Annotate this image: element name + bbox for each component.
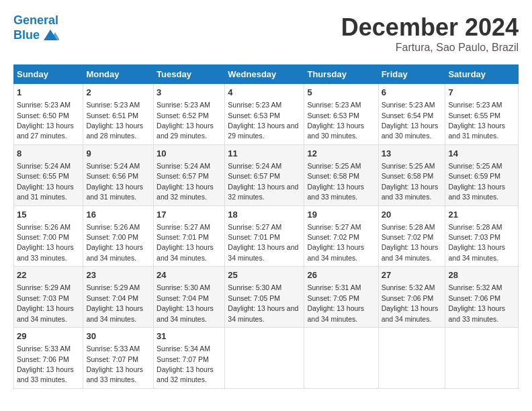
logo-blue-text: General	[13, 13, 58, 27]
calendar-cell: 31 Sunrise: 5:34 AMSunset: 7:07 PMDaylig…	[154, 328, 225, 389]
day-info: Sunrise: 5:23 AMSunset: 6:52 PMDaylight:…	[157, 101, 214, 140]
calendar-week-row: 22 Sunrise: 5:29 AMSunset: 7:03 PMDaylig…	[14, 267, 519, 328]
day-number: 4	[228, 87, 301, 99]
calendar-header-row: SundayMondayTuesdayWednesdayThursdayFrid…	[14, 65, 519, 84]
day-number: 8	[17, 148, 80, 160]
day-info: Sunrise: 5:23 AMSunset: 6:54 PMDaylight:…	[382, 101, 439, 140]
day-info: Sunrise: 5:31 AMSunset: 7:05 PMDaylight:…	[307, 283, 364, 322]
calendar-cell: 16 Sunrise: 5:26 AMSunset: 7:00 PMDaylig…	[83, 205, 154, 267]
calendar-cell: 14 Sunrise: 5:25 AMSunset: 6:59 PMDaylig…	[445, 144, 519, 205]
day-info: Sunrise: 5:26 AMSunset: 7:00 PMDaylight:…	[86, 223, 143, 262]
day-info: Sunrise: 5:27 AMSunset: 7:01 PMDaylight:…	[157, 223, 214, 262]
calendar-cell: 13 Sunrise: 5:25 AMSunset: 6:58 PMDaylig…	[378, 144, 445, 205]
day-number: 2	[86, 87, 150, 99]
logo-name: Blue	[13, 28, 40, 43]
page-title: December 2024	[341, 13, 519, 42]
calendar-week-row: 29 Sunrise: 5:33 AMSunset: 7:06 PMDaylig…	[14, 328, 519, 389]
weekday-header: Monday	[83, 65, 154, 84]
day-info: Sunrise: 5:29 AMSunset: 7:04 PMDaylight:…	[86, 283, 143, 322]
day-info: Sunrise: 5:24 AMSunset: 6:56 PMDaylight:…	[86, 162, 143, 201]
calendar-cell	[378, 328, 445, 389]
day-number: 21	[448, 209, 515, 221]
day-number: 5	[307, 87, 375, 99]
weekday-header: Sunday	[14, 65, 83, 84]
calendar-cell: 28 Sunrise: 5:32 AMSunset: 7:06 PMDaylig…	[445, 267, 519, 328]
calendar-cell: 6 Sunrise: 5:23 AMSunset: 6:54 PMDayligh…	[378, 84, 445, 145]
calendar-cell: 21 Sunrise: 5:28 AMSunset: 7:03 PMDaylig…	[445, 205, 519, 267]
logo: General Blue	[13, 13, 59, 43]
calendar-cell: 19 Sunrise: 5:27 AMSunset: 7:02 PMDaylig…	[304, 205, 378, 267]
calendar-cell: 8 Sunrise: 5:24 AMSunset: 6:55 PMDayligh…	[14, 144, 83, 205]
day-number: 3	[157, 87, 222, 99]
day-info: Sunrise: 5:24 AMSunset: 6:57 PMDaylight:…	[228, 162, 298, 201]
day-number: 12	[307, 148, 375, 160]
calendar-cell: 22 Sunrise: 5:29 AMSunset: 7:03 PMDaylig…	[14, 267, 83, 328]
day-info: Sunrise: 5:30 AMSunset: 7:05 PMDaylight:…	[228, 283, 298, 322]
day-number: 17	[157, 209, 222, 221]
day-info: Sunrise: 5:27 AMSunset: 7:01 PMDaylight:…	[228, 223, 298, 262]
day-number: 27	[382, 269, 443, 281]
title-block: December 2024 Fartura, Sao Paulo, Brazil	[341, 13, 519, 54]
day-number: 7	[448, 87, 515, 99]
calendar-cell: 29 Sunrise: 5:33 AMSunset: 7:06 PMDaylig…	[14, 328, 83, 389]
calendar-week-row: 1 Sunrise: 5:23 AMSunset: 6:50 PMDayligh…	[14, 84, 519, 145]
day-info: Sunrise: 5:30 AMSunset: 7:04 PMDaylight:…	[157, 283, 214, 322]
day-info: Sunrise: 5:25 AMSunset: 6:58 PMDaylight:…	[307, 162, 364, 201]
calendar-cell: 9 Sunrise: 5:24 AMSunset: 6:56 PMDayligh…	[83, 144, 154, 205]
day-info: Sunrise: 5:34 AMSunset: 7:07 PMDaylight:…	[157, 345, 214, 383]
calendar-cell: 7 Sunrise: 5:23 AMSunset: 6:55 PMDayligh…	[445, 84, 519, 145]
day-number: 16	[86, 209, 150, 221]
day-info: Sunrise: 5:23 AMSunset: 6:55 PMDaylight:…	[448, 101, 505, 140]
day-info: Sunrise: 5:23 AMSunset: 6:53 PMDaylight:…	[307, 101, 364, 140]
weekday-header: Friday	[378, 65, 445, 84]
day-info: Sunrise: 5:29 AMSunset: 7:03 PMDaylight:…	[17, 283, 74, 322]
calendar-cell: 23 Sunrise: 5:29 AMSunset: 7:04 PMDaylig…	[83, 267, 154, 328]
page-header: General Blue December 2024 Fartura, Sao …	[13, 13, 519, 54]
day-number: 23	[86, 269, 150, 281]
calendar-cell: 30 Sunrise: 5:33 AMSunset: 7:07 PMDaylig…	[83, 328, 154, 389]
day-number: 30	[86, 330, 150, 342]
calendar-cell: 15 Sunrise: 5:26 AMSunset: 7:00 PMDaylig…	[14, 205, 83, 267]
calendar-cell: 26 Sunrise: 5:31 AMSunset: 7:05 PMDaylig…	[304, 267, 378, 328]
calendar-cell	[445, 328, 519, 389]
calendar-cell: 2 Sunrise: 5:23 AMSunset: 6:51 PMDayligh…	[83, 84, 154, 145]
day-info: Sunrise: 5:24 AMSunset: 6:55 PMDaylight:…	[17, 162, 74, 201]
logo-icon	[42, 28, 59, 43]
day-number: 31	[157, 330, 222, 342]
calendar-cell	[304, 328, 378, 389]
calendar-week-row: 8 Sunrise: 5:24 AMSunset: 6:55 PMDayligh…	[14, 144, 519, 205]
calendar-cell: 10 Sunrise: 5:24 AMSunset: 6:57 PMDaylig…	[154, 144, 225, 205]
calendar-cell: 3 Sunrise: 5:23 AMSunset: 6:52 PMDayligh…	[154, 84, 225, 145]
day-number: 20	[382, 209, 443, 221]
day-info: Sunrise: 5:23 AMSunset: 6:53 PMDaylight:…	[228, 101, 298, 140]
day-info: Sunrise: 5:25 AMSunset: 6:58 PMDaylight:…	[382, 162, 439, 201]
weekday-header: Thursday	[304, 65, 378, 84]
day-number: 22	[17, 269, 80, 281]
calendar-cell	[225, 328, 304, 389]
day-info: Sunrise: 5:26 AMSunset: 7:00 PMDaylight:…	[17, 223, 74, 262]
calendar-cell: 17 Sunrise: 5:27 AMSunset: 7:01 PMDaylig…	[154, 205, 225, 267]
day-number: 14	[448, 148, 515, 160]
day-info: Sunrise: 5:23 AMSunset: 6:51 PMDaylight:…	[86, 101, 143, 140]
weekday-header: Saturday	[445, 65, 519, 84]
day-info: Sunrise: 5:33 AMSunset: 7:07 PMDaylight:…	[86, 345, 143, 383]
day-number: 13	[382, 148, 443, 160]
day-number: 11	[228, 148, 301, 160]
day-info: Sunrise: 5:33 AMSunset: 7:06 PMDaylight:…	[17, 345, 74, 383]
day-number: 26	[307, 269, 375, 281]
day-info: Sunrise: 5:32 AMSunset: 7:06 PMDaylight:…	[448, 283, 505, 322]
day-info: Sunrise: 5:32 AMSunset: 7:06 PMDaylight:…	[382, 283, 439, 322]
day-number: 19	[307, 209, 375, 221]
day-number: 6	[382, 87, 443, 99]
day-number: 1	[17, 87, 80, 99]
calendar-cell: 20 Sunrise: 5:28 AMSunset: 7:02 PMDaylig…	[378, 205, 445, 267]
day-info: Sunrise: 5:24 AMSunset: 6:57 PMDaylight:…	[157, 162, 214, 201]
weekday-header: Tuesday	[154, 65, 225, 84]
day-info: Sunrise: 5:23 AMSunset: 6:50 PMDaylight:…	[17, 101, 74, 140]
calendar-cell: 12 Sunrise: 5:25 AMSunset: 6:58 PMDaylig…	[304, 144, 378, 205]
calendar-cell: 25 Sunrise: 5:30 AMSunset: 7:05 PMDaylig…	[225, 267, 304, 328]
calendar-cell: 5 Sunrise: 5:23 AMSunset: 6:53 PMDayligh…	[304, 84, 378, 145]
calendar-cell: 24 Sunrise: 5:30 AMSunset: 7:04 PMDaylig…	[154, 267, 225, 328]
day-number: 15	[17, 209, 80, 221]
day-info: Sunrise: 5:25 AMSunset: 6:59 PMDaylight:…	[448, 162, 505, 201]
